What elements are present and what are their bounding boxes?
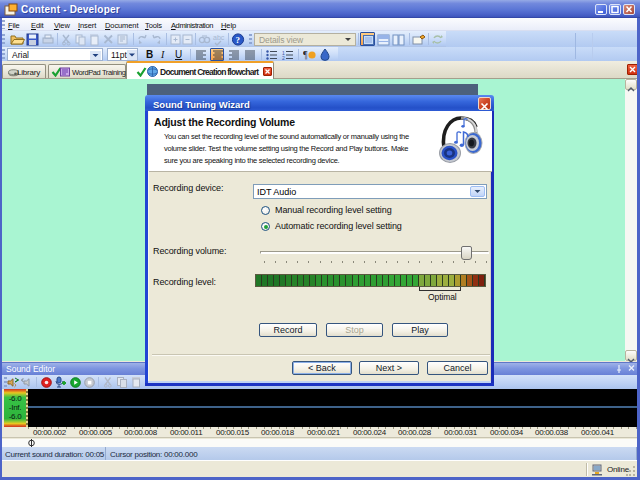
- svg-text:?: ?: [236, 35, 241, 45]
- svg-text:2: 2: [282, 55, 285, 60]
- svg-text:abc: abc: [213, 34, 225, 41]
- svg-text:¶: ¶: [303, 49, 308, 60]
